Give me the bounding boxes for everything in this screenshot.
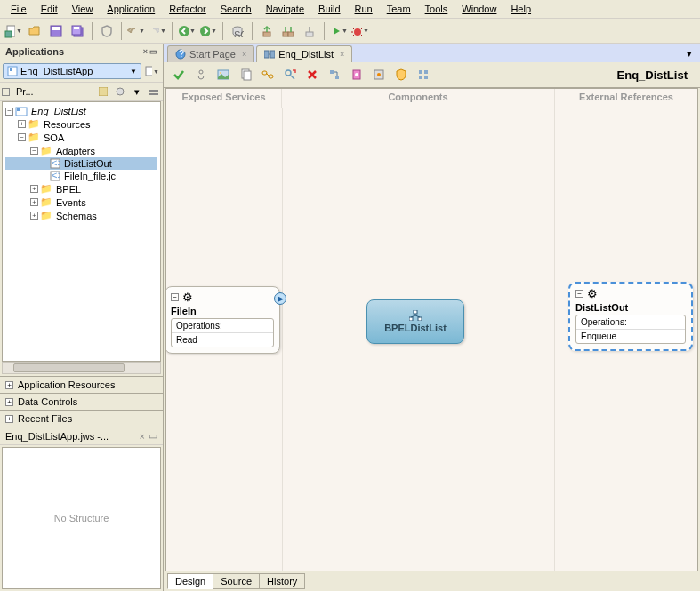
service-filein[interactable]: − ⚙ FileIn Operations: Read ▶: [165, 286, 280, 354]
menu-edit[interactable]: Edit: [34, 2, 65, 16]
run-button[interactable]: ▼: [329, 21, 349, 41]
svg-rect-17: [10, 68, 12, 71]
expand-icon[interactable]: +: [5, 398, 13, 406]
close-icon[interactable]: ×: [140, 431, 145, 442]
expand-icon[interactable]: +: [18, 120, 26, 128]
tree-events[interactable]: + 📁 Events: [5, 196, 157, 209]
security-button[interactable]: [391, 65, 411, 84]
app-resources-section[interactable]: + Application Resources: [0, 376, 163, 393]
svg-rect-47: [419, 70, 422, 74]
application-selector[interactable]: Enq_DistListApp ▼: [3, 63, 141, 79]
tree-btn-3[interactable]: ▾: [130, 84, 144, 99]
tree-bpel[interactable]: + 📁 BPEL: [5, 182, 157, 196]
forward-button[interactable]: ▼: [198, 21, 218, 41]
tab-design[interactable]: Design: [167, 573, 213, 589]
find-button[interactable]: [280, 65, 300, 84]
menu-build[interactable]: Build: [311, 2, 347, 16]
collapse-icon[interactable]: −: [5, 108, 13, 116]
menu-search[interactable]: Search: [213, 2, 259, 16]
expand-icon[interactable]: +: [5, 381, 13, 389]
expand-icon[interactable]: +: [30, 212, 38, 220]
delete-button[interactable]: [302, 65, 322, 84]
close-icon[interactable]: ×: [242, 50, 246, 59]
back-button[interactable]: ▼: [177, 21, 197, 41]
menu-help[interactable]: Help: [503, 2, 538, 16]
tree-filein[interactable]: <> FileIn_file.jc: [5, 170, 157, 182]
wire-button[interactable]: [191, 65, 211, 84]
image-button[interactable]: [213, 65, 233, 84]
tree-resources[interactable]: + 📁 Resources: [5, 117, 157, 131]
component-bpel[interactable]: BPELDistList: [366, 299, 464, 344]
project-tree[interactable]: − Enq_DistList + 📁 Resources − 📁 SOA − 📁: [2, 101, 161, 362]
save-all-button[interactable]: [68, 21, 87, 41]
app-menu-button[interactable]: ▼: [144, 63, 160, 79]
menu-application[interactable]: Application: [100, 2, 162, 16]
panel-minimize-icon[interactable]: ▭: [149, 47, 157, 56]
deploy1-button[interactable]: [257, 21, 277, 41]
app-icon: [7, 66, 18, 76]
test-button[interactable]: [347, 65, 366, 84]
tab-enq-distlist[interactable]: Enq_DistList ×: [256, 45, 352, 62]
panel-close-icon[interactable]: ×: [143, 47, 148, 56]
menu-tools[interactable]: Tools: [418, 2, 455, 16]
tree-hscrollbar[interactable]: [2, 362, 161, 374]
menu-run[interactable]: Run: [348, 2, 380, 16]
collapse-icon[interactable]: −: [30, 147, 38, 155]
bpel-icon: [409, 310, 422, 321]
menu-team[interactable]: Team: [380, 2, 418, 16]
expand-icon[interactable]: +: [30, 185, 38, 193]
policy-button[interactable]: [369, 65, 389, 84]
menu-navigate[interactable]: Navigate: [259, 2, 311, 16]
recent-files-section[interactable]: + Recent Files: [0, 410, 163, 427]
open-button[interactable]: [25, 21, 44, 41]
menu-refactor[interactable]: Refactor: [162, 2, 213, 16]
menu-window[interactable]: Window: [455, 2, 503, 16]
undo-button[interactable]: ▼: [126, 21, 146, 41]
svg-rect-6: [74, 27, 79, 29]
menu-view[interactable]: View: [65, 2, 101, 16]
validate-button[interactable]: [169, 65, 189, 84]
svg-point-46: [377, 73, 381, 76]
reference-distlistout[interactable]: − ⚙ DistListOut Operations: Enqueue: [568, 282, 693, 351]
new-button[interactable]: ▼: [4, 21, 23, 41]
deploy3-button[interactable]: [300, 21, 319, 41]
expand-icon[interactable]: +: [30, 198, 38, 206]
debug-button[interactable]: ▼: [350, 21, 370, 41]
composite-canvas[interactable]: Exposed Services Components External Ref…: [165, 88, 698, 571]
data-controls-section[interactable]: + Data Controls: [0, 393, 163, 410]
svg-rect-13: [288, 32, 294, 36]
expand-icon[interactable]: +: [5, 415, 13, 423]
deploy2-button[interactable]: [278, 21, 298, 41]
tree-distlistout[interactable]: <> DistListOut: [5, 157, 157, 170]
db-button[interactable]: SQL: [228, 21, 247, 41]
tree-btn-2[interactable]: [113, 84, 127, 99]
output-connector-icon[interactable]: ▶: [274, 292, 286, 305]
panel-minimize-icon[interactable]: ▭: [149, 430, 157, 442]
copy-button[interactable]: [236, 65, 255, 84]
collapse-icon[interactable]: −: [171, 293, 179, 301]
tab-start-page[interactable]: ? Start Page ×: [167, 45, 254, 62]
tree-soa[interactable]: − 📁 SOA: [5, 131, 157, 144]
tree-btn-4[interactable]: [147, 84, 161, 99]
close-icon[interactable]: ×: [340, 50, 344, 59]
menu-file[interactable]: File: [4, 2, 34, 16]
tree-adapters[interactable]: − 📁 Adapters: [5, 144, 157, 157]
collapse-icon[interactable]: −: [18, 133, 26, 141]
tree-schemas[interactable]: + 📁 Schemas: [5, 209, 157, 222]
grid-button[interactable]: [414, 65, 433, 84]
refactor-button[interactable]: [325, 65, 344, 84]
projects-collapse-icon[interactable]: −: [2, 88, 10, 96]
shield-button[interactable]: [97, 21, 117, 41]
redo-button[interactable]: ▼: [148, 21, 167, 41]
save-button[interactable]: [46, 21, 66, 41]
open-file-tab[interactable]: Enq_DistListApp.jws -... × ▭: [0, 427, 163, 445]
tree-root[interactable]: − Enq_DistList: [5, 105, 157, 117]
link-button[interactable]: [258, 65, 278, 84]
tab-list-button[interactable]: ▾: [682, 47, 696, 61]
tab-history[interactable]: History: [259, 573, 305, 589]
tree-btn-1[interactable]: [96, 84, 110, 99]
collapse-icon[interactable]: −: [575, 290, 583, 298]
svg-rect-3: [52, 27, 60, 30]
svg-point-40: [286, 70, 291, 76]
tab-source[interactable]: Source: [213, 573, 260, 589]
